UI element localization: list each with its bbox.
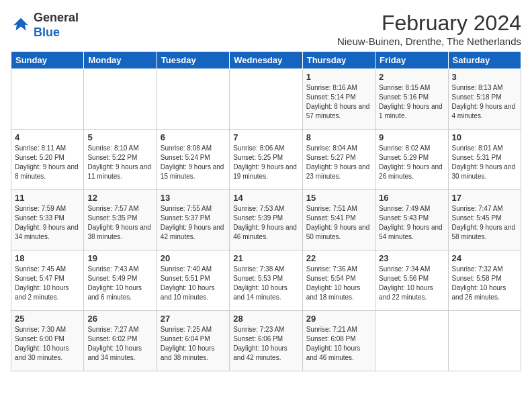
- cell-content-line: Daylight: 10 hours and 22 minutes.: [379, 283, 444, 302]
- cell-content-line: Sunset: 5:37 PM: [161, 214, 226, 223]
- cell-content-line: Daylight: 10 hours and 42 minutes.: [233, 344, 298, 363]
- cell-content-line: Sunset: 6:02 PM: [87, 334, 152, 344]
- calendar-cell: [157, 69, 229, 130]
- cell-content-line: Sunrise: 7:49 AM: [379, 204, 444, 214]
- day-number: 24: [452, 253, 517, 263]
- cell-content-line: Sunset: 5:35 PM: [87, 214, 152, 223]
- cell-content-line: Daylight: 9 hours and 23 minutes.: [306, 163, 371, 181]
- calendar-cell: 16Sunrise: 7:49 AMSunset: 5:43 PMDayligh…: [375, 190, 448, 250]
- calendar-cell: 25Sunrise: 7:30 AMSunset: 6:00 PMDayligh…: [11, 311, 84, 371]
- cell-content-line: Daylight: 10 hours and 34 minutes.: [87, 344, 152, 363]
- day-number: 15: [306, 193, 371, 203]
- cell-content-line: Sunset: 5:39 PM: [233, 214, 298, 223]
- cell-content-line: Sunset: 5:51 PM: [161, 274, 226, 283]
- day-header-tuesday: Tuesday: [157, 52, 229, 69]
- cell-content-line: Daylight: 9 hours and 34 minutes.: [15, 223, 80, 242]
- cell-content-line: Sunrise: 7:55 AM: [161, 204, 226, 214]
- calendar-cell: [448, 311, 521, 371]
- day-number: 25: [15, 314, 80, 324]
- cell-content-line: Daylight: 10 hours and 46 minutes.: [306, 344, 371, 363]
- cell-content-line: Sunset: 6:00 PM: [15, 334, 80, 344]
- day-number: 7: [233, 132, 298, 142]
- calendar-cell: 26Sunrise: 7:27 AMSunset: 6:02 PMDayligh…: [84, 311, 157, 371]
- day-number: 18: [15, 253, 80, 263]
- calendar-cell: 12Sunrise: 7:57 AMSunset: 5:35 PMDayligh…: [84, 190, 157, 250]
- cell-content-line: Sunset: 5:43 PM: [379, 214, 444, 223]
- cell-content-line: Daylight: 9 hours and 30 minutes.: [452, 163, 517, 181]
- cell-content-line: Daylight: 10 hours and 38 minutes.: [161, 344, 226, 363]
- cell-content-line: Sunrise: 7:38 AM: [233, 265, 298, 274]
- cell-content-line: Sunset: 5:45 PM: [452, 214, 517, 223]
- cell-content-line: Sunrise: 7:30 AM: [15, 325, 80, 334]
- day-number: 13: [161, 193, 226, 203]
- logo-bird-icon: [11, 15, 31, 36]
- cell-content-line: Sunset: 5:31 PM: [452, 153, 517, 163]
- cell-content-line: Daylight: 10 hours and 18 minutes.: [306, 283, 371, 302]
- day-number: 11: [15, 193, 80, 203]
- calendar-cell: 11Sunrise: 7:59 AMSunset: 5:33 PMDayligh…: [11, 190, 84, 250]
- calendar-cell: 10Sunrise: 8:01 AMSunset: 5:31 PMDayligh…: [448, 130, 521, 190]
- cell-content-line: Sunset: 5:54 PM: [306, 274, 371, 283]
- cell-content-line: Sunrise: 7:40 AM: [161, 265, 226, 274]
- day-number: 3: [452, 72, 517, 82]
- cell-content-line: Sunrise: 8:16 AM: [306, 83, 371, 93]
- calendar-cell: 8Sunrise: 8:04 AMSunset: 5:27 PMDaylight…: [302, 130, 375, 190]
- cell-content-line: Sunrise: 7:57 AM: [87, 204, 152, 214]
- calendar-cell: [84, 69, 157, 130]
- cell-content-line: Daylight: 9 hours and 46 minutes.: [233, 223, 298, 242]
- cell-content-line: Daylight: 8 hours and 57 minutes.: [306, 102, 371, 121]
- cell-content-line: Sunset: 5:16 PM: [379, 93, 444, 102]
- calendar-cell: 19Sunrise: 7:43 AMSunset: 5:49 PMDayligh…: [84, 250, 157, 311]
- cell-content-line: Sunset: 5:14 PM: [306, 93, 371, 102]
- cell-content-line: Sunset: 5:27 PM: [306, 153, 371, 163]
- day-number: 27: [161, 314, 226, 324]
- calendar-cell: 28Sunrise: 7:23 AMSunset: 6:06 PMDayligh…: [230, 311, 302, 371]
- calendar-cell: 9Sunrise: 8:02 AMSunset: 5:29 PMDaylight…: [375, 130, 448, 190]
- cell-content-line: Sunrise: 7:25 AM: [161, 325, 226, 334]
- location-subtitle: Nieuw-Buinen, Drenthe, The Netherlands: [337, 36, 521, 47]
- day-number: 21: [233, 253, 298, 263]
- cell-content-line: Sunset: 5:58 PM: [452, 274, 517, 283]
- cell-content-line: Sunset: 5:33 PM: [15, 214, 80, 223]
- cell-content-line: Daylight: 9 hours and 50 minutes.: [306, 223, 371, 242]
- cell-content-line: Sunrise: 7:51 AM: [306, 204, 371, 214]
- cell-content-line: Sunset: 5:22 PM: [87, 153, 152, 163]
- cell-content-line: Sunrise: 8:08 AM: [161, 144, 226, 153]
- cell-content-line: Sunset: 5:49 PM: [87, 274, 152, 283]
- cell-content-line: Daylight: 9 hours and 42 minutes.: [161, 223, 226, 242]
- logo-text: General Blue: [34, 11, 79, 40]
- day-number: 20: [161, 253, 226, 263]
- calendar-cell: 20Sunrise: 7:40 AMSunset: 5:51 PMDayligh…: [157, 250, 229, 311]
- day-number: 17: [452, 193, 517, 203]
- cell-content-line: Daylight: 10 hours and 30 minutes.: [15, 344, 80, 363]
- calendar-cell: 17Sunrise: 7:47 AMSunset: 5:45 PMDayligh…: [448, 190, 521, 250]
- calendar-cell: 15Sunrise: 7:51 AMSunset: 5:41 PMDayligh…: [302, 190, 375, 250]
- cell-content-line: Sunset: 6:08 PM: [306, 334, 371, 344]
- cell-content-line: Daylight: 10 hours and 26 minutes.: [452, 283, 517, 302]
- day-number: 4: [15, 132, 80, 142]
- cell-content-line: Daylight: 9 hours and 1 minute.: [379, 102, 444, 121]
- day-number: 29: [306, 314, 371, 324]
- calendar-cell: 5Sunrise: 8:10 AMSunset: 5:22 PMDaylight…: [84, 130, 157, 190]
- svg-marker-0: [13, 17, 29, 30]
- cell-content-line: Sunrise: 8:01 AM: [452, 144, 517, 153]
- day-number: 19: [87, 253, 152, 263]
- month-year-title: February 2024: [337, 11, 521, 36]
- calendar-cell: 21Sunrise: 7:38 AMSunset: 5:53 PMDayligh…: [230, 250, 302, 311]
- cell-content-line: Sunset: 5:29 PM: [379, 153, 444, 163]
- cell-content-line: Daylight: 9 hours and 38 minutes.: [87, 223, 152, 242]
- cell-content-line: Sunset: 5:53 PM: [233, 274, 298, 283]
- day-header-monday: Monday: [84, 52, 157, 69]
- cell-content-line: Daylight: 10 hours and 10 minutes.: [161, 283, 226, 302]
- cell-content-line: Sunset: 5:47 PM: [15, 274, 80, 283]
- day-header-friday: Friday: [375, 52, 448, 69]
- logo: General Blue: [11, 11, 79, 40]
- calendar-cell: 7Sunrise: 8:06 AMSunset: 5:25 PMDaylight…: [230, 130, 302, 190]
- cell-content-line: Daylight: 10 hours and 2 minutes.: [15, 283, 80, 302]
- cell-content-line: Sunrise: 7:47 AM: [452, 204, 517, 214]
- cell-content-line: Sunrise: 8:11 AM: [15, 144, 80, 153]
- cell-content-line: Daylight: 9 hours and 15 minutes.: [161, 163, 226, 181]
- cell-content-line: Sunrise: 8:04 AM: [306, 144, 371, 153]
- cell-content-line: Sunset: 5:18 PM: [452, 93, 517, 102]
- calendar-cell: 3Sunrise: 8:13 AMSunset: 5:18 PMDaylight…: [448, 69, 521, 130]
